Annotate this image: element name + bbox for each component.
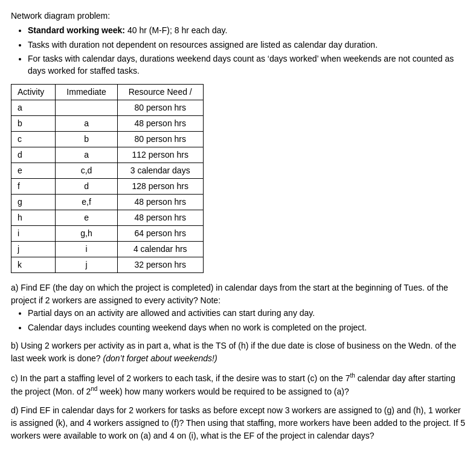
table-cell-10-0: k [11, 257, 56, 273]
questions-section: a) Find EF (the day on which the project… [11, 282, 465, 442]
question-a: a) Find EF (the day on which the project… [11, 282, 465, 333]
table-cell-10-1: j [56, 257, 117, 273]
table-cell-8-2: 64 person hrs [117, 226, 203, 242]
table-cell-6-0: g [11, 195, 56, 210]
question-label: b) [11, 341, 18, 350]
table-cell-8-0: i [11, 226, 56, 242]
table-cell-2-1: b [56, 132, 117, 147]
table-row: ba48 person hrs [11, 116, 204, 132]
intro-section: Network diagram problem: Standard workin… [11, 10, 465, 77]
table-cell-1-2: 48 person hrs [117, 116, 203, 132]
table-cell-3-2: 112 person hrs [117, 147, 203, 163]
question-d: d) Find EF in calendar days for 2 worker… [11, 404, 465, 442]
table-row: cb80 person hrs [11, 132, 204, 147]
table-cell-7-0: h [11, 210, 56, 226]
table-cell-0-1 [56, 100, 117, 116]
table-row: ig,h64 person hrs [11, 226, 204, 242]
col-immediate: Immediate [56, 85, 117, 100]
table-row: kj32 person hrs [11, 257, 204, 273]
bullet-2-text: Tasks with duration not dependent on res… [28, 40, 378, 50]
bullet-3-text: For tasks with calendar days, durations … [28, 54, 454, 76]
bullet-1: Standard working week: 40 hr (M-F); 8 hr… [28, 24, 465, 36]
activity-table: Activity Immediate Resource Need / a80 p… [11, 84, 204, 273]
table-row: ec,d3 calendar days [11, 163, 204, 179]
table-cell-10-2: 32 person hrs [117, 257, 203, 273]
table-header-row: Activity Immediate Resource Need / [11, 85, 204, 100]
table-cell-5-1: d [56, 179, 117, 195]
bullet-3: For tasks with calendar days, durations … [28, 53, 465, 77]
table-row: ji4 calendar hrs [11, 242, 204, 257]
table-row: da112 person hrs [11, 147, 204, 163]
table-cell-6-2: 48 person hrs [117, 195, 203, 210]
table-row: he48 person hrs [11, 210, 204, 226]
question-c: c) In the part a staffing level of 2 wor… [11, 371, 465, 398]
question-label: d) [11, 405, 18, 415]
question-text: Find EF in calendar days for 2 workers f… [11, 405, 465, 440]
subbullet-1: Calendar days includes counting weekend … [28, 321, 465, 333]
table-body: a80 person hrsba48 person hrscb80 person… [11, 100, 204, 273]
question-label: c) [11, 373, 18, 383]
table-cell-3-0: d [11, 147, 56, 163]
intro-heading: Network diagram problem: [11, 10, 465, 22]
question-text: Using 2 workers per activity as in part … [11, 341, 456, 363]
bullet-1-normal: 40 hr (M-F); 8 hr each day. [125, 25, 227, 35]
table-cell-0-0: a [11, 100, 56, 116]
bullet-2: Tasks with duration not dependent on res… [28, 39, 465, 51]
question-b: b) Using 2 workers per activity as in pa… [11, 340, 465, 365]
italic-part: (don’t forget about weekends!) [101, 353, 217, 363]
bullet-1-bold: Standard working week: [28, 25, 125, 35]
table-cell-9-2: 4 calendar hrs [117, 242, 203, 257]
question-subbullets: Partial days on an activity are allowed … [11, 307, 465, 333]
table-cell-7-1: e [56, 210, 117, 226]
table-cell-0-2: 80 person hrs [117, 100, 203, 116]
table-cell-7-2: 48 person hrs [117, 210, 203, 226]
table-cell-3-1: a [56, 147, 117, 163]
col-activity: Activity [11, 85, 56, 100]
table-cell-1-1: a [56, 116, 117, 132]
question-text: Find EF (the day on which the project is… [11, 283, 448, 305]
col-resource: Resource Need / [117, 85, 203, 100]
table-row: ge,f48 person hrs [11, 195, 204, 210]
table-cell-6-1: e,f [56, 195, 117, 210]
table-cell-4-1: c,d [56, 163, 117, 179]
table-cell-2-2: 80 person hrs [117, 132, 203, 147]
table-cell-5-2: 128 person hrs [117, 179, 203, 195]
table-cell-9-1: i [56, 242, 117, 257]
table-cell-2-0: c [11, 132, 56, 147]
table-cell-4-2: 3 calendar days [117, 163, 203, 179]
table-row: a80 person hrs [11, 100, 204, 116]
intro-bullets: Standard working week: 40 hr (M-F); 8 hr… [11, 24, 465, 77]
question-text: In the part a staffing level of 2 worker… [11, 373, 455, 397]
table-cell-4-0: e [11, 163, 56, 179]
table-row: fd128 person hrs [11, 179, 204, 195]
table-cell-5-0: f [11, 179, 56, 195]
table-cell-8-1: g,h [56, 226, 117, 242]
table-cell-1-0: b [11, 116, 56, 132]
subbullet-0: Partial days on an activity are allowed … [28, 307, 465, 319]
table-cell-9-0: j [11, 242, 56, 257]
question-label: a) [11, 283, 18, 292]
